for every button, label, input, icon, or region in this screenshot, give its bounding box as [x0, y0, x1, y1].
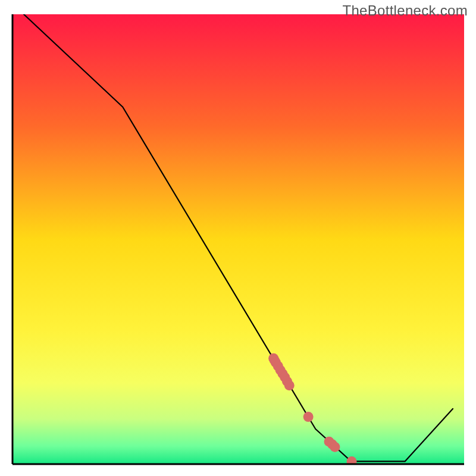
data-point [303, 412, 314, 422]
chart-svg [0, 0, 476, 476]
data-point [284, 380, 295, 390]
watermark-text: TheBottleneck.com [342, 2, 468, 19]
bottleneck-chart: TheBottleneck.com [0, 0, 476, 476]
gradient-background [12, 14, 464, 464]
data-point [330, 442, 340, 452]
